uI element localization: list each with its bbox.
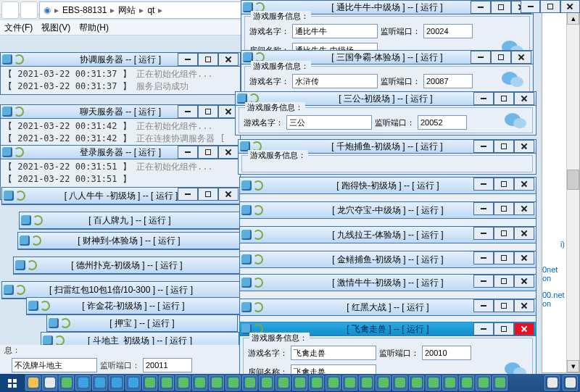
maximize-button[interactable] [494, 140, 514, 153]
taskbar-item[interactable] [459, 375, 474, 391]
maximize-button[interactable] [491, 51, 511, 64]
taskbar-item[interactable] [426, 375, 441, 391]
close-button[interactable] [511, 51, 531, 64]
game-name-input[interactable] [291, 346, 376, 360]
minimize-button[interactable] [473, 299, 494, 312]
scroll-thumb[interactable] [567, 170, 579, 190]
crumb-1[interactable]: 网站 [115, 4, 139, 17]
taskbar-item[interactable] [359, 375, 374, 391]
port-input[interactable] [422, 346, 471, 360]
reload-icon[interactable] [253, 205, 263, 215]
minimize-button[interactable] [473, 178, 494, 191]
taskbar-item[interactable] [25, 375, 41, 391]
close-button[interactable] [514, 202, 534, 215]
taskbar-item[interactable] [276, 375, 291, 391]
maximize-button[interactable] [494, 202, 514, 215]
maximize-button[interactable] [198, 105, 218, 118]
maximize-button[interactable] [198, 146, 218, 159]
maximize-button[interactable] [198, 53, 218, 66]
maximize-button[interactable] [494, 251, 514, 264]
taskbar-item[interactable] [442, 375, 457, 391]
bg-minimize-button[interactable] [521, 0, 540, 13]
minimize-button[interactable] [473, 322, 494, 335]
maximize-button[interactable] [198, 188, 218, 201]
menu-help[interactable]: 帮助(H) [79, 22, 109, 34]
game-name-input[interactable] [292, 24, 378, 38]
port-input[interactable] [418, 115, 467, 130]
minimize-button[interactable] [471, 1, 491, 14]
minimize-button[interactable] [473, 227, 494, 240]
close-button[interactable] [514, 251, 534, 264]
taskbar-item[interactable] [59, 375, 74, 391]
close-button[interactable] [514, 140, 534, 153]
reload-icon[interactable] [253, 230, 263, 240]
close-button[interactable] [218, 188, 239, 201]
taskbar-item[interactable] [409, 375, 424, 391]
close-button[interactable] [514, 299, 534, 312]
minimize-button[interactable] [473, 140, 494, 153]
close-button[interactable] [218, 146, 239, 159]
bg-maximize-button[interactable] [540, 0, 560, 13]
reload-icon[interactable] [14, 147, 24, 157]
minimize-button[interactable] [178, 105, 198, 118]
reload-icon[interactable] [253, 302, 263, 312]
nav-fwd-icon[interactable] [20, 1, 38, 19]
taskbar-item[interactable] [159, 375, 174, 391]
reload-icon[interactable] [14, 107, 24, 117]
reload-icon[interactable] [253, 180, 263, 191]
taskbar-item[interactable] [225, 375, 241, 391]
footer-game-name[interactable] [12, 358, 97, 372]
taskbar-item[interactable] [125, 375, 141, 391]
maximize-button[interactable] [494, 299, 514, 312]
taskbar-item[interactable] [92, 375, 107, 391]
maximize-button[interactable] [494, 92, 514, 105]
reload-icon[interactable] [60, 318, 70, 328]
taskbar-item[interactable] [209, 375, 224, 391]
minimize-button[interactable] [473, 275, 494, 288]
bg-close-button[interactable] [560, 0, 580, 13]
close-button[interactable] [514, 275, 534, 288]
game-name-input[interactable] [292, 74, 378, 88]
reload-icon[interactable] [40, 301, 50, 311]
scrollbar[interactable]: ▴ ▾ [566, 12, 579, 372]
minimize-button[interactable] [471, 51, 491, 64]
reload-icon[interactable] [14, 54, 24, 64]
reload-icon[interactable] [31, 235, 41, 246]
close-button[interactable] [218, 53, 239, 66]
taskbar-item[interactable] [109, 375, 124, 391]
taskbar-item[interactable] [192, 375, 207, 391]
nav-back-icon[interactable] [1, 1, 19, 19]
link-fragment-2[interactable]: 00.net on [542, 291, 565, 308]
minimize-button[interactable] [178, 146, 198, 159]
port-input[interactable] [423, 24, 473, 38]
taskbar-item[interactable] [476, 375, 491, 391]
scroll-down-icon[interactable]: ▾ [567, 360, 579, 372]
maximize-button[interactable] [494, 227, 514, 240]
minimize-button[interactable] [473, 92, 494, 105]
close-button[interactable] [514, 92, 534, 105]
crumb-2[interactable]: qt [144, 5, 158, 15]
tray-icon[interactable] [563, 375, 578, 391]
reload-icon[interactable] [253, 254, 263, 264]
tray-icon[interactable] [544, 375, 560, 391]
menu-view[interactable]: 视图(V) [41, 22, 70, 34]
taskbar-item[interactable] [42, 375, 57, 391]
close-button[interactable] [514, 322, 534, 335]
minimize-button[interactable] [178, 53, 198, 66]
reload-icon[interactable] [253, 278, 263, 288]
taskbar-item[interactable] [259, 375, 274, 391]
game-name-input[interactable] [286, 115, 372, 130]
taskbar-item[interactable] [392, 375, 407, 391]
reload-icon[interactable] [15, 285, 25, 295]
menu-file[interactable]: 文件(F) [4, 22, 33, 34]
reload-icon[interactable] [15, 191, 25, 201]
minimize-button[interactable] [178, 188, 198, 201]
maximize-button[interactable] [491, 1, 511, 14]
link-fragment-1[interactable]: 0net on [542, 265, 565, 283]
reload-icon[interactable] [27, 260, 37, 270]
start-button[interactable] [0, 374, 25, 392]
taskbar-item[interactable] [142, 375, 157, 391]
maximize-button[interactable] [494, 322, 514, 335]
minimize-button[interactable] [473, 202, 494, 215]
taskbar-item[interactable] [242, 375, 257, 391]
